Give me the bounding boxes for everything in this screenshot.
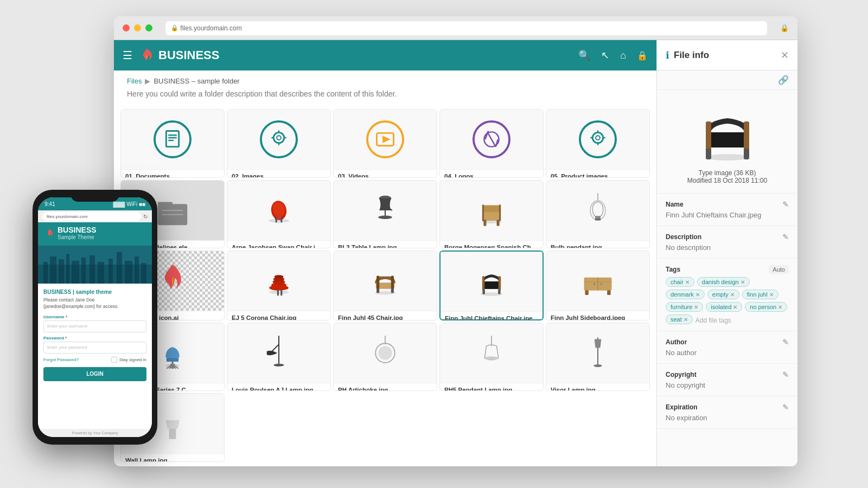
tag-furniture-remove[interactable]: ✕ [694, 304, 698, 310]
svg-rect-94 [607, 290, 610, 295]
tag-no-person-remove[interactable]: ✕ [778, 304, 782, 310]
svg-rect-75 [277, 290, 279, 296]
file-card-chieftains[interactable]: Finn Juhl Chieftains Chair.jpe... JPEG •… [439, 251, 544, 320]
panel-expiration-section: Expiration ✎ No expiration [657, 396, 797, 429]
tag-empty: empty✕ [707, 290, 739, 299]
svg-rect-82 [391, 288, 394, 293]
svg-rect-5 [66, 254, 69, 284]
svg-point-21 [273, 132, 284, 143]
svg-point-115 [706, 154, 749, 160]
phone-flame-icon [44, 228, 54, 238]
svg-point-74 [275, 275, 284, 278]
folder-product-icon [579, 120, 617, 158]
file-card-sideboard[interactable]: Finn Juhl Sideboard.jpeg JPEG • 21 KB ••… [546, 251, 650, 320]
row4-thumb-1 [260, 334, 298, 372]
phone-username-input[interactable]: Enter your username [43, 320, 146, 332]
svg-rect-87 [482, 290, 484, 294]
file-card-spanish-chair[interactable]: Borge Mogensen Spanish Ch... JPG • 25 KB… [439, 180, 544, 249]
search-icon[interactable]: 🔍 [578, 49, 590, 61]
svg-rect-16 [166, 131, 178, 146]
url-text: files.yourdomain.com [180, 24, 241, 32]
svg-rect-4 [59, 259, 64, 284]
desc-value: No description [666, 243, 789, 252]
svg-rect-84 [483, 281, 500, 289]
tag-seat-remove[interactable]: ✕ [684, 317, 688, 323]
svg-rect-12 [125, 261, 132, 284]
file-card-videos[interactable]: 03. Videos 2 files ••• [333, 109, 437, 178]
folder-brand-icon [154, 191, 192, 229]
tag-isolated: isolated✕ [706, 302, 742, 312]
panel-link-icon[interactable]: 🔗 [778, 75, 789, 85]
info-circle-icon: ℹ [666, 49, 669, 61]
tag-denmark-remove[interactable]: ✕ [695, 292, 700, 298]
window-close-dot[interactable] [123, 24, 130, 31]
svg-rect-93 [585, 290, 588, 295]
tag-isolated-remove[interactable]: ✕ [733, 304, 737, 310]
phone-stay-checkbox[interactable] [111, 357, 117, 363]
phone-login-button[interactable]: LOGIN [43, 367, 146, 381]
phone-password-label: Password * [43, 336, 146, 341]
tags-area: chair✕ danish design✕ denmark✕ empty✕ fi [666, 277, 789, 324]
file-card-finn-juhl-45[interactable]: Finn Juhl 45 Chair.jpg JPG • 31 KB ••• [333, 251, 437, 320]
svg-rect-8 [90, 255, 95, 284]
file-info-panel: ℹ File info ✕ 🔗 [656, 40, 797, 466]
file-card-row4-2[interactable]: PH Artichoke.jpg JPG • 22 KB [333, 323, 437, 391]
file-grid: 01. Documents [114, 105, 656, 466]
file-card-row4-3[interactable]: PH5 Pendant Lamp.jpg JPG • 18 KB [439, 323, 544, 391]
browser-url-bar[interactable]: 🔒 files.yourdomain.com [165, 21, 767, 35]
cursor-icon[interactable]: ↖ [601, 49, 609, 61]
svg-point-52 [276, 214, 282, 220]
tag-furniture: furniture✕ [666, 302, 703, 312]
name-edit-button[interactable]: ✎ [782, 200, 789, 209]
bulb-thumb [579, 191, 617, 229]
top-navigation: ☰ BUSINESS 🔍 ↖ ⌂ 🔒 [114, 40, 656, 70]
tag-chair-remove[interactable]: ✕ [685, 279, 690, 285]
tag-danish-remove[interactable]: ✕ [741, 279, 745, 285]
phone-forgot-link[interactable]: Forgot Password? [43, 357, 79, 362]
file-card-swan-chair[interactable]: Arne Jacobsen Swan Chair.j... JPG • 20 K… [227, 180, 331, 249]
phone-username-label: Username * [43, 314, 146, 319]
file-card-row4-1[interactable]: Louis Poulsen AJ Lamp.jpg JPG • 15 KB [227, 323, 331, 391]
file-card-corona-chair[interactable]: EJ 5 Corona Chair.jpg JPG • 21 KB ••• [227, 251, 331, 320]
svg-rect-7 [81, 258, 86, 284]
breadcrumb-current: BUSINESS – sample folder [154, 77, 239, 85]
file-card-bulb-pendant[interactable]: Bulb-pendant.jpg JPG • 13 KB ••• [546, 180, 650, 249]
file-card-images[interactable]: 02. Images 29 files 👁 ••• [227, 109, 331, 178]
svg-rect-118 [744, 121, 749, 151]
file-card-row4-4[interactable]: Visor Lamp.jpg JPG • 14 KB [546, 323, 650, 391]
folder-videos-icon [366, 120, 404, 158]
file-card-product-images[interactable]: 05. Product images 3 folders, 28 files •… [546, 109, 650, 178]
file-card-lamp[interactable]: BL2 Table Lamp.jpg JPG • 10 KB ••• [333, 180, 437, 249]
file-card-logos[interactable]: 04. Logos 3 files [439, 109, 544, 178]
phone-address-bar: files.yourdomain.com ↻ [38, 210, 152, 222]
home-icon[interactable]: ⌂ [620, 50, 626, 61]
tags-auto-button[interactable]: Auto [769, 265, 789, 274]
file-card-documents[interactable]: 01. Documents [120, 109, 225, 178]
tag-finn-juhl: finn juhl✕ [742, 290, 778, 299]
phone-password-input[interactable]: Enter your password [43, 342, 146, 354]
phone-time: 9:41 [44, 201, 55, 207]
tag-chair: chair✕ [666, 277, 694, 287]
row4-thumb-3 [473, 334, 510, 372]
menu-icon[interactable]: ☰ [123, 49, 132, 62]
desc-edit-button[interactable]: ✎ [782, 233, 789, 241]
tag-seat: seat✕ [666, 314, 693, 324]
panel-close-button[interactable]: ✕ [781, 49, 789, 61]
panel-header: ℹ File info ✕ [657, 40, 797, 70]
tags-add-button[interactable]: Add file tags [695, 317, 731, 324]
window-minimize-dot[interactable] [134, 24, 141, 31]
tag-finn-remove[interactable]: ✕ [769, 292, 774, 298]
expiration-edit-button[interactable]: ✎ [782, 403, 789, 412]
copyright-edit-button[interactable]: ✎ [782, 370, 789, 379]
tag-empty-remove[interactable]: ✕ [730, 292, 735, 298]
svg-rect-68 [595, 219, 601, 221]
svg-rect-63 [499, 204, 501, 221]
author-label: Author [666, 338, 687, 346]
author-value: No author [666, 349, 789, 357]
svg-point-108 [378, 346, 392, 359]
svg-rect-120 [744, 149, 749, 159]
breadcrumb-root[interactable]: Files [127, 77, 142, 85]
window-maximize-dot[interactable] [145, 24, 152, 31]
tag-danish-design: danish design✕ [697, 277, 750, 287]
author-edit-button[interactable]: ✎ [782, 338, 789, 346]
